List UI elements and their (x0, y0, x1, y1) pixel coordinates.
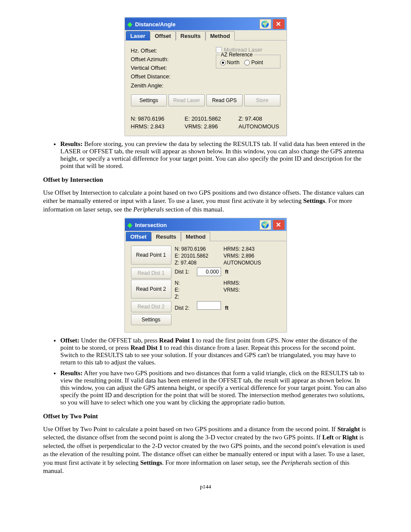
group-legend: AZ Reference (220, 52, 254, 58)
dist2-label: Dist 2: (175, 305, 196, 311)
bullet-offset: Offset: Under the OFFSET tab, press Read… (60, 337, 368, 366)
label-vertical-offset: Vertical Offset: (131, 64, 216, 72)
window-title-2: Intersection (135, 222, 258, 228)
dist1-label: Dist 1: (175, 268, 196, 275)
read-dist-1-button[interactable]: Read Dist 1 (131, 268, 171, 279)
tab-results-2[interactable]: Results (151, 232, 181, 241)
tab-results[interactable]: Results (176, 31, 206, 40)
panel-body-2: Read Point 1 N: 9870.6196 E: 20101.5862 … (125, 241, 286, 332)
read-gps-button[interactable]: Read GPS (206, 94, 243, 106)
p2-n: N: (175, 280, 222, 286)
dist2-unit: ft (225, 305, 228, 311)
settings-button[interactable]: Settings (131, 94, 167, 106)
tab-bar-2: Offset Results Method (125, 231, 286, 241)
tab-offset-2[interactable]: Offset (126, 232, 152, 241)
p2-z: Z: (175, 293, 222, 300)
para-two-point: Use Offset by Two Point to calculate a p… (43, 425, 368, 476)
p1-e: E: 20101.5862 (175, 252, 222, 259)
p1-n: N: 9870.6196 (175, 246, 222, 252)
bullet-results-2: Results: After you have two GPS position… (60, 370, 368, 406)
globe-button-2[interactable]: 🌍 (259, 220, 271, 230)
close-button[interactable]: ✕ (273, 19, 285, 29)
p1-hrms: HRMS: 2.843 (224, 246, 261, 252)
dist2-input[interactable] (197, 301, 221, 310)
dist1-input[interactable]: 0.000 (197, 268, 221, 276)
intersection-dialog: ◆ Intersection 🌍 ✕ Offset Results Method… (125, 218, 287, 333)
app-icon: ◆ (127, 21, 134, 28)
tab-method[interactable]: Method (206, 31, 235, 40)
para-intersection: Use Offset by Intersection to calculate … (43, 189, 368, 214)
label-offset-azimuth: Offset Azimuth: (131, 55, 216, 64)
az-reference-group: AZ Reference North Point (216, 55, 280, 68)
read-laser-button[interactable]: Read Laser (168, 94, 205, 106)
settings-button-2[interactable]: Settings (131, 314, 171, 325)
heading-two-point: Offset by Two Point (43, 412, 368, 421)
dist1-unit: ft (225, 268, 228, 275)
p2-hrms: HRMS: (224, 280, 240, 286)
tab-bar: Laser Offset Results Method (125, 30, 286, 40)
radio-north-label: North (227, 59, 240, 65)
offset-labels: Hz. Offset: Offset Azimuth: Vertical Off… (131, 47, 216, 90)
label-offset-distance: Offset Distance: (131, 72, 216, 81)
distance-angle-dialog: ◆ Distance/Angle 🌍 ✕ Laser Offset Result… (125, 17, 287, 136)
p2-e: E: (175, 286, 222, 293)
window-title: Distance/Angle (135, 21, 258, 28)
label-hz-offset: Hz. Offset: (131, 47, 216, 55)
radio-point[interactable] (244, 60, 250, 65)
label-zenith-angle: Zenith Angle: (131, 81, 216, 90)
heading-intersection: Offset by Intersection (43, 176, 368, 184)
status-mode: AUTONOMOUS (239, 123, 280, 131)
read-point-2-button[interactable]: Read Point 2 (131, 280, 171, 299)
lead-results: Results: (60, 140, 83, 147)
titlebar: ◆ Distance/Angle 🌍 ✕ (125, 18, 286, 30)
tab-offset[interactable]: Offset (150, 31, 176, 40)
app-icon-2: ◆ (127, 221, 134, 228)
status-z: Z: 97.408 (239, 115, 280, 123)
store-button[interactable]: Store (244, 94, 280, 106)
read-dist-2-button[interactable]: Read Dist 2 (131, 301, 171, 312)
status-hrms: HRMS: 2.843 (131, 123, 173, 131)
status-vrms: VRMS: 2.896 (185, 123, 227, 131)
p2-vrms: VRMS: (224, 286, 240, 293)
page-number: p144 (43, 483, 368, 490)
p1-z: Z: 97.408 (175, 259, 222, 266)
tab-method-2[interactable]: Method (181, 232, 210, 241)
read-point-1-button[interactable]: Read Point 1 (131, 246, 171, 264)
radio-north[interactable] (220, 60, 226, 65)
globe-button[interactable]: 🌍 (259, 19, 271, 29)
status-e: E: 20101.5862 (185, 115, 227, 123)
body-results: Before storing, you can preview the data… (60, 140, 365, 169)
panel-body: Hz. Offset: Offset Azimuth: Vertical Off… (125, 40, 286, 112)
radio-point-label: Point (251, 59, 263, 65)
p1-mode: AUTONOMOUS (224, 259, 261, 266)
close-button-2[interactable]: ✕ (273, 220, 285, 230)
status-bar: N: 9870.6196 HRMS: 2.843 E: 20101.5862 V… (125, 112, 286, 136)
titlebar-2: ◆ Intersection 🌍 ✕ (125, 219, 286, 231)
status-n: N: 9870.6196 (131, 115, 173, 123)
bullet-results-1: Results: Before storing, you can preview… (60, 140, 368, 170)
p1-vrms: VRMS: 2.896 (224, 252, 261, 259)
tab-laser[interactable]: Laser (126, 31, 150, 40)
